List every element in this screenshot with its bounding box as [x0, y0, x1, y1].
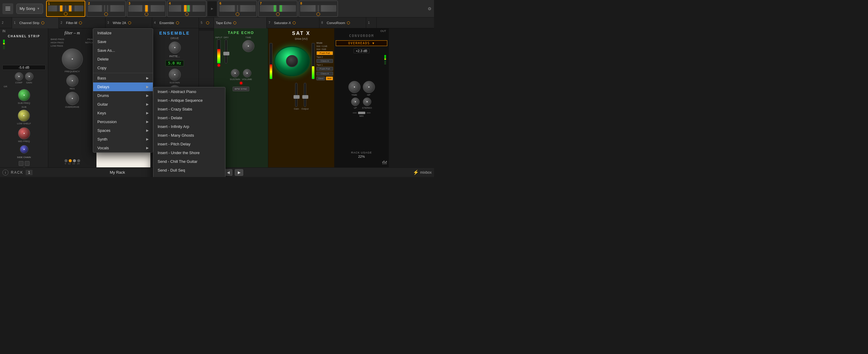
input-section: INPUT	[215, 36, 222, 67]
blue-knob[interactable]	[20, 145, 28, 153]
settings-icon[interactable]: ⚙	[428, 6, 432, 11]
plugin-slot-fm[interactable]: 2 Filter-M	[59, 17, 105, 28]
menu-item-percussion[interactable]: Percussion ▶	[93, 117, 153, 126]
channel-slot-4[interactable]: 4	[167, 1, 207, 17]
power-button-4[interactable]	[185, 12, 189, 16]
preset-insert-pitch-delay[interactable]: insert - Pitch Delay	[153, 140, 225, 148]
plugin-power-5[interactable]	[206, 22, 209, 24]
preset-send-chill-the-guitar[interactable]: Send - Chill The Guitar	[153, 157, 225, 166]
power-button-6[interactable]	[236, 12, 239, 16]
plugin-power-sx[interactable]	[293, 22, 296, 24]
menu-item-bass[interactable]: Bass ▶	[93, 74, 153, 82]
plugin-slot-w2a[interactable]: 3 White 2A	[105, 17, 152, 28]
channel-slot-3[interactable]: 3	[127, 1, 166, 17]
plugin-power-te[interactable]	[233, 22, 236, 24]
cs-btn-1[interactable]	[19, 161, 24, 166]
menu-item-delays[interactable]: Delays ▶	[93, 82, 153, 91]
plugin-power-fm[interactable]	[79, 22, 82, 24]
channel-slot-2[interactable]: 2	[87, 1, 126, 17]
channel-slot-6[interactable]: 6	[218, 1, 257, 17]
preset-insert-antique-sequence[interactable]: Insert - Antique Sequence	[153, 96, 225, 105]
slot-num-2: 2	[2, 21, 5, 24]
led	[384, 58, 386, 59]
overdrive-knob[interactable]	[66, 92, 79, 105]
nav-forward-button[interactable]: ▶	[235, 169, 243, 176]
equalizer-icon[interactable]	[382, 160, 387, 166]
cr-hp-knob[interactable]	[363, 81, 375, 93]
power-button-7[interactable]	[276, 12, 280, 16]
preset-insert-under-the-shore[interactable]: Insert - Under the Shore	[153, 148, 225, 157]
cr-lp-knob[interactable]	[351, 98, 360, 106]
cr-dropdown-arrow[interactable]: ▼	[373, 41, 375, 45]
preset-send-dull-seq[interactable]: Send - Dull Seq	[153, 166, 225, 175]
menu-item-save-as[interactable]: Save As...	[93, 46, 153, 55]
preset-insert-crazy-stabs[interactable]: Insert - Crazy Stabs	[153, 105, 225, 113]
plugin-power-ens[interactable]	[176, 22, 179, 24]
channel-slot-7[interactable]: 7	[258, 1, 298, 17]
menu-item-save[interactable]: Save	[93, 37, 153, 46]
channel-slot-8[interactable]: 8	[299, 1, 338, 17]
menu-item-guitar[interactable]: Guitar ▶	[93, 100, 153, 109]
menu-item-vocals[interactable]: Vocals ▶	[93, 144, 153, 152]
plugin-slot-sx[interactable]: 7 Saturator-X	[267, 17, 319, 28]
mix-thumb[interactable]	[358, 112, 365, 114]
te-volume-knob[interactable]	[243, 69, 251, 77]
menu-item-spaces[interactable]: Spaces ▶	[93, 126, 153, 135]
time-knob[interactable]	[242, 40, 254, 52]
menu-item-delete[interactable]: Delete	[93, 55, 153, 64]
plugin-power-w2a[interactable]	[128, 22, 131, 24]
sustain-knob[interactable]	[169, 69, 181, 81]
satx-output-fader[interactable]	[304, 83, 306, 107]
bpm-sync-button[interactable]: BPM SYNC	[233, 87, 250, 91]
plugin-slot-te[interactable]: Tape Echo	[214, 17, 267, 28]
gain-knob[interactable]	[25, 72, 33, 81]
menu-item-keys[interactable]: Keys ▶	[93, 109, 153, 117]
sub-freq-knob[interactable]	[18, 89, 30, 101]
cs-btn-2[interactable]	[25, 161, 30, 166]
plugin-slot-cr[interactable]: 8 ConvoRoom	[319, 17, 366, 28]
preset-send-funk-guitar-roll[interactable]: Send - Funk Guitar Roll	[153, 175, 225, 177]
overdrive-label: OVERDRIVE	[65, 106, 79, 108]
cr-knobs-mid: LP STEREO	[351, 98, 372, 109]
power-button-3[interactable]	[145, 12, 148, 16]
plugin-slot-ens[interactable]: 4 Ensemble	[152, 17, 199, 28]
plugin-power-cr[interactable]	[347, 22, 350, 24]
res-knob[interactable]	[66, 75, 79, 87]
info-button[interactable]: i	[2, 170, 8, 176]
satx-gain-fader[interactable]	[295, 83, 298, 107]
power-button-1[interactable]	[64, 12, 67, 16]
menu-item-initialize[interactable]: Initialize	[93, 29, 153, 37]
comp-knob[interactable]	[15, 72, 23, 81]
preset-insert-delate[interactable]: Insert - Delate	[153, 113, 225, 122]
class-a-btn-1[interactable]: Class A	[316, 59, 333, 63]
iron-btn[interactable]: Iron	[326, 76, 333, 80]
song-selector[interactable]: My Song ▼	[16, 4, 43, 14]
filter-main-knob[interactable]	[62, 48, 83, 70]
air-knob[interactable]	[20, 167, 28, 167]
mid-freq-knob[interactable]	[18, 127, 30, 139]
satx-main-knob[interactable]	[274, 46, 310, 76]
steel-btn[interactable]: Steel	[316, 76, 325, 80]
plugin-slot-5[interactable]: 5	[199, 17, 214, 28]
preset-insert-infinity-arp[interactable]: Insert - Infinity Arp	[153, 122, 225, 131]
menu-item-synth[interactable]: Synth ▶	[93, 135, 153, 144]
dry-fader[interactable]	[225, 39, 227, 64]
preset-insert-abstract-piano[interactable]: Insert - Abstract Piano	[153, 87, 225, 96]
preset-insert-many-ghosts[interactable]: Insert - Many Ghosts	[153, 131, 225, 140]
preset-submenu: Insert - Abstract Piano Insert - Antique…	[153, 87, 225, 177]
ensemble-drive-knob[interactable]	[169, 41, 181, 54]
cr-stereo-knob[interactable]	[363, 98, 371, 106]
push-pull-btn-1[interactable]: Push Pull	[316, 51, 333, 55]
te-sustain-knob[interactable]	[231, 69, 239, 77]
channel-slot-1[interactable]: 1	[46, 1, 85, 17]
plugin-slot-cs[interactable]: 1 Channel Strip	[12, 17, 59, 28]
power-button-8[interactable]	[316, 12, 320, 16]
power-button-2[interactable]	[104, 12, 108, 16]
push-pull-btn-2[interactable]: Push Pull	[316, 67, 333, 71]
menu-item-drums[interactable]: Drums ▶	[93, 91, 153, 100]
low-shelf-knob[interactable]	[18, 110, 30, 121]
menu-item-copy[interactable]: Copy	[93, 64, 153, 72]
class-a-btn-2[interactable]: Class A	[316, 72, 333, 76]
plugin-power-cs[interactable]	[41, 22, 44, 24]
cr-time-knob[interactable]	[348, 81, 361, 93]
